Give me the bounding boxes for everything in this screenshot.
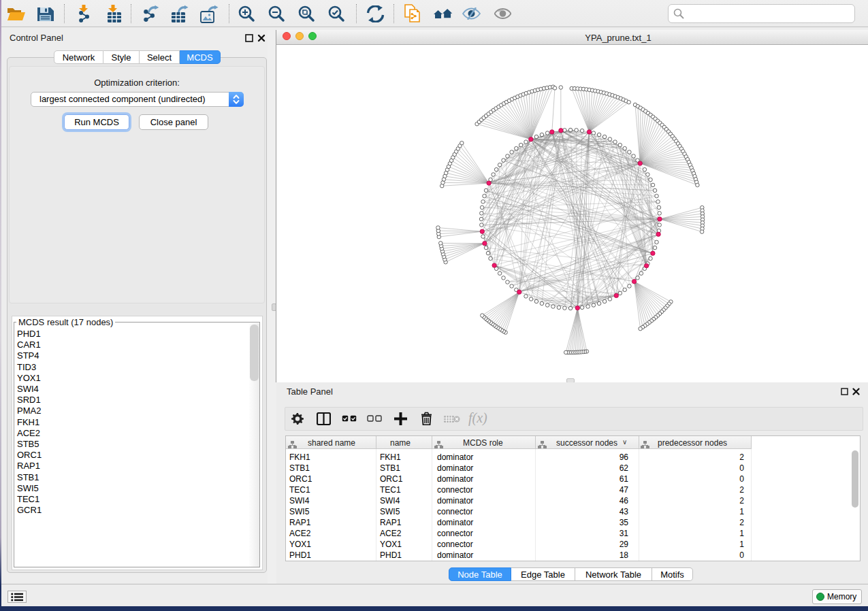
svg-text:f(x): f(x): [468, 410, 487, 426]
